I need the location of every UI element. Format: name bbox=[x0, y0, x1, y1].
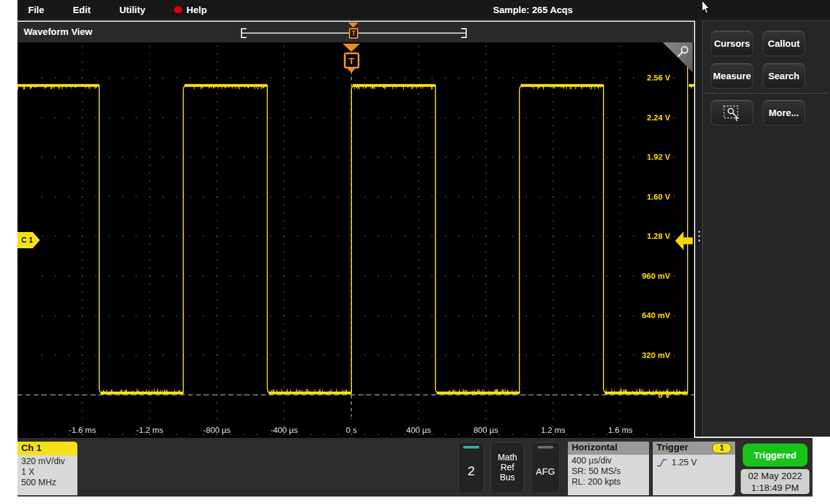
trigger-title: Trigger bbox=[657, 442, 688, 452]
menu-edit-label: Edit bbox=[73, 4, 90, 15]
menu-file[interactable]: File bbox=[19, 4, 53, 15]
settings-bar: Ch 1 320 mV/div 1 X 500 MHz 2 Math Ref B… bbox=[17, 438, 813, 497]
overview-right-bracket[interactable] bbox=[461, 28, 467, 38]
graticule[interactable]: 2.56 V2.24 V1.92 V1.60 V1.28 V960 mV640 … bbox=[17, 42, 694, 438]
voltage-axis-labels: 2.56 V2.24 V1.92 V1.60 V1.28 V960 mV640 … bbox=[642, 73, 670, 399]
svg-text:2.24 V: 2.24 V bbox=[647, 113, 670, 122]
svg-text:400 µs: 400 µs bbox=[406, 425, 431, 435]
horizontal-settings-badge[interactable]: Horizontal 400 µs/div SR: 50 MS/s RL: 20… bbox=[568, 442, 649, 495]
channel-1-badge[interactable]: Ch 1 320 mV/div 1 X 500 MHz bbox=[17, 442, 77, 495]
overview-left-bracket[interactable] bbox=[241, 28, 247, 38]
date-label: 02 May 2022 bbox=[741, 470, 809, 482]
mouse-cursor-icon bbox=[701, 1, 710, 14]
channel-2-color-bar bbox=[463, 446, 479, 448]
svg-text:0 V: 0 V bbox=[658, 390, 670, 400]
horizontal-sample-rate: SR: 50 MS/s bbox=[568, 465, 649, 476]
rising-edge-icon bbox=[657, 458, 668, 467]
trigger-settings-badge[interactable]: Trigger 1 1.25 V bbox=[653, 442, 735, 495]
horizontal-title: Horizontal bbox=[568, 442, 649, 455]
channel-2-label: 2 bbox=[459, 463, 484, 478]
panel-divider bbox=[705, 93, 828, 94]
svg-text:960 mV: 960 mV bbox=[642, 271, 670, 281]
afg-button[interactable]: AFG bbox=[531, 442, 560, 493]
magnifier-icon bbox=[676, 45, 690, 59]
trigger-level-value: 1.25 V bbox=[671, 457, 696, 467]
horizontal-record-length: RL: 200 kpts bbox=[568, 476, 649, 487]
more-button[interactable]: More... bbox=[763, 100, 805, 125]
trigger-caret-icon bbox=[343, 44, 360, 52]
math-label: Math bbox=[491, 452, 524, 462]
waveform-plot[interactable]: 2.56 V2.24 V1.92 V1.60 V1.28 V960 mV640 … bbox=[17, 42, 694, 438]
channel-1-name: Ch 1 bbox=[17, 442, 77, 455]
search-button[interactable]: Search bbox=[763, 63, 805, 89]
afg-label: AFG bbox=[532, 466, 559, 477]
channel-2-button[interactable]: 2 bbox=[458, 442, 484, 493]
svg-text:1.28 V: 1.28 V bbox=[647, 231, 670, 241]
time-axis-labels: -1.6 ms-1.2 ms-800 µs-400 µs0 s400 µs800… bbox=[69, 425, 633, 435]
svg-text:1.92 V: 1.92 V bbox=[647, 152, 670, 162]
svg-text:2.56 V: 2.56 V bbox=[647, 73, 670, 82]
menu-utility[interactable]: Utility bbox=[110, 4, 154, 15]
svg-text:-400 µs: -400 µs bbox=[270, 425, 298, 435]
trigger-position-marker[interactable]: T bbox=[341, 44, 362, 73]
callout-button[interactable]: Callout bbox=[763, 31, 805, 56]
menu-file-label: File bbox=[28, 4, 44, 15]
waveform-view-title: Waveform View bbox=[24, 26, 92, 37]
svg-text:1.6 ms: 1.6 ms bbox=[608, 425, 633, 435]
horizontal-scale: 400 µs/div bbox=[568, 455, 649, 465]
math-ref-bus-button[interactable]: Math Ref Bus bbox=[491, 442, 524, 493]
channel-1-bandwidth: 500 MHz bbox=[17, 477, 77, 487]
waveform-window: Waveform View T 2.56 V2.24 V1.92 V1.60 V… bbox=[17, 21, 695, 438]
channel-1-scale: 320 mV/div bbox=[17, 455, 77, 466]
grid-dots bbox=[42, 46, 675, 435]
svg-text:-1.2 ms: -1.2 ms bbox=[136, 425, 164, 435]
trigger-tail-icon bbox=[348, 69, 355, 73]
cursors-button[interactable]: Cursors bbox=[711, 31, 753, 56]
panel-drag-handle[interactable] bbox=[696, 225, 701, 247]
svg-text:1.60 V: 1.60 V bbox=[647, 192, 670, 201]
svg-text:800 µs: 800 µs bbox=[474, 425, 499, 435]
svg-text:1.2 ms: 1.2 ms bbox=[541, 425, 566, 435]
time-label: 1:18:49 PM bbox=[741, 482, 809, 493]
menu-help-label: Help bbox=[187, 4, 207, 15]
zoom-select-button[interactable] bbox=[711, 100, 753, 125]
results-panel: Cursors Callout Measure Search More... bbox=[702, 21, 830, 437]
svg-text:0 s: 0 s bbox=[346, 425, 357, 435]
afg-color-bar bbox=[537, 446, 554, 448]
trigger-t-icon: T bbox=[344, 52, 359, 69]
overview-trigger-caret-icon bbox=[348, 22, 358, 27]
svg-text:640 mV: 640 mV bbox=[642, 311, 670, 320]
svg-text:320 mV: 320 mV bbox=[642, 351, 670, 360]
trigger-status-badge[interactable]: Triggered bbox=[743, 443, 808, 467]
ref-label: Ref bbox=[491, 462, 524, 472]
zoom-select-icon bbox=[723, 105, 741, 121]
bus-label: Bus bbox=[491, 472, 524, 482]
channel-1-attenuation: 1 X bbox=[17, 466, 77, 477]
svg-text:-800 µs: -800 µs bbox=[203, 425, 231, 435]
menu-help[interactable]: Help bbox=[165, 4, 216, 15]
acquisition-overview-bar[interactable]: T bbox=[241, 27, 467, 39]
ch1-waveform-trace bbox=[17, 46, 688, 393]
trigger-source-badge: 1 bbox=[712, 443, 731, 453]
waveform-titlebar: Waveform View T bbox=[17, 22, 694, 42]
record-dot-icon bbox=[174, 6, 182, 13]
ch1-waveform-flats bbox=[17, 85, 694, 393]
measure-button[interactable]: Measure bbox=[711, 63, 753, 89]
svg-text:-1.6 ms: -1.6 ms bbox=[69, 425, 96, 435]
overview-trigger-marker[interactable]: T bbox=[349, 28, 358, 39]
menu-utility-label: Utility bbox=[119, 4, 145, 15]
menu-edit[interactable]: Edit bbox=[64, 4, 99, 15]
acquisition-status: Sample: 265 Acqs bbox=[493, 4, 573, 15]
datetime-display: 02 May 2022 1:18:49 PM bbox=[741, 469, 809, 494]
